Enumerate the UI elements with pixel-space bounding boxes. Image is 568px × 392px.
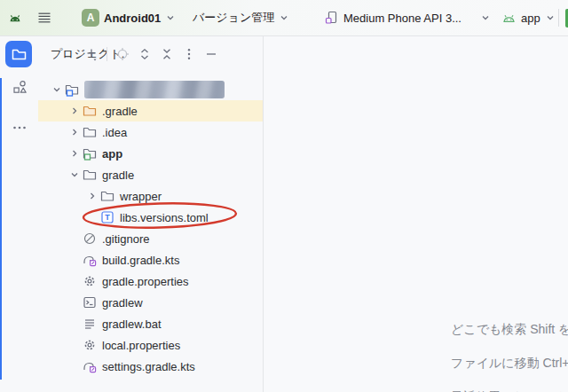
android-studio-logo	[8, 0, 22, 35]
vcs-widget[interactable]: バージョン管理	[193, 0, 289, 35]
more-options-icon[interactable]	[182, 47, 196, 61]
chevron-down-icon	[279, 12, 289, 23]
tree-row-root[interactable]	[38, 79, 263, 100]
chevron-down-icon	[545, 12, 556, 23]
tree-row-gitignore[interactable]: .gitignore	[38, 228, 263, 249]
run-configuration-selector[interactable]: app	[501, 0, 556, 35]
gear-icon	[83, 338, 97, 352]
project-name: Android01	[104, 12, 161, 25]
chevron-down-icon	[165, 12, 176, 23]
chevron-right-icon[interactable]	[67, 146, 83, 161]
chevron-down-icon	[480, 12, 491, 23]
hide-panel-icon[interactable]	[204, 47, 218, 61]
device-selector[interactable]: Medium Phone API 3...	[325, 0, 491, 35]
tree-row-app[interactable]: app	[38, 143, 263, 164]
ignored-file-icon	[83, 231, 97, 246]
tree-row-build-gradle-kts[interactable]: build.gradle.kts	[38, 249, 263, 270]
hint-go-to-file: ファイルに移動 Ctrl+	[451, 356, 568, 372]
folder-icon	[83, 125, 97, 139]
device-label: Medium Phone API 3...	[343, 12, 462, 25]
folder-icon	[83, 168, 97, 182]
tree-row-gradle[interactable]: gradle	[38, 164, 263, 185]
tree-row-idea[interactable]: .idea	[38, 122, 263, 143]
terminal-icon	[83, 295, 97, 310]
gear-icon	[83, 274, 97, 288]
main-menu-button[interactable]	[37, 0, 51, 35]
tree-row-libs-versions-toml[interactable]: T libs.versions.toml	[38, 207, 263, 228]
folder-icon	[12, 48, 27, 61]
svg-text:T: T	[105, 213, 110, 222]
folder-icon	[100, 189, 114, 203]
project-selector[interactable]: A Android01	[82, 0, 176, 35]
locate-file-icon[interactable]	[115, 47, 130, 61]
project-badge: A	[82, 9, 99, 27]
tree-row-gradlew[interactable]: gradlew	[38, 292, 263, 313]
chevron-right-icon[interactable]	[84, 189, 100, 203]
structure-icon	[12, 80, 28, 95]
chevron-right-icon[interactable]	[67, 125, 83, 139]
more-tool-windows-button[interactable]	[11, 119, 28, 137]
chevron-down-icon[interactable]	[49, 82, 65, 97]
expand-all-icon[interactable]	[138, 47, 152, 61]
text-file-icon	[83, 317, 97, 331]
toml-file-icon: T	[100, 210, 114, 224]
tool-window-stripe	[0, 36, 38, 392]
tree-row-settings-gradle-kts[interactable]: settings.gradle.kts	[38, 356, 263, 377]
chevron-down-icon[interactable]	[67, 168, 83, 182]
panel-toolbar-separator	[106, 47, 107, 61]
editor-area: どこでも検索 Shift を ファイルに移動 Ctrl+ 最近使用したファイル …	[264, 36, 568, 392]
vcs-label: バージョン管理	[193, 10, 274, 26]
redacted-project-name	[84, 81, 225, 98]
structure-tool-button[interactable]	[11, 78, 28, 96]
gradle-kts-file-icon	[83, 359, 97, 373]
project-panel: プロジェクト.	[38, 36, 264, 392]
excluded-folder-icon	[83, 104, 97, 118]
hamburger-icon	[37, 11, 51, 25]
add-icon[interactable]	[84, 47, 99, 61]
module-folder-icon	[65, 82, 79, 97]
android-studio-logo-icon	[8, 12, 22, 24]
tree-row-local-properties[interactable]: local.properties	[38, 334, 263, 356]
module-folder-icon	[83, 146, 97, 161]
gradle-kts-file-icon	[83, 253, 97, 267]
hint-search-everywhere: どこでも検索 Shift を	[451, 322, 568, 338]
tree-row-gradle-properties[interactable]: gradle.properties	[38, 270, 263, 292]
project-tool-button[interactable]	[5, 41, 32, 67]
panel-toolbar	[84, 47, 218, 61]
collapse-all-icon[interactable]	[160, 47, 174, 61]
toolbar-separator	[558, 9, 559, 27]
device-phone-icon	[325, 11, 339, 25]
android-head-icon	[501, 12, 517, 24]
tree-row-wrapper[interactable]: wrapper	[38, 185, 263, 207]
project-tree: .gradle .idea app	[38, 79, 263, 377]
more-dots-icon	[12, 125, 27, 130]
tree-row-gradlew-bat[interactable]: gradlew.bat	[38, 313, 263, 334]
tree-row-gradle-hidden[interactable]: .gradle	[38, 100, 263, 122]
main-toolbar: A Android01 バージョン管理 Medium Phone API 3..…	[0, 0, 568, 36]
chevron-right-icon[interactable]	[67, 104, 83, 118]
run-config-label: app	[521, 12, 540, 25]
tool-window-accent-line	[0, 78, 2, 380]
